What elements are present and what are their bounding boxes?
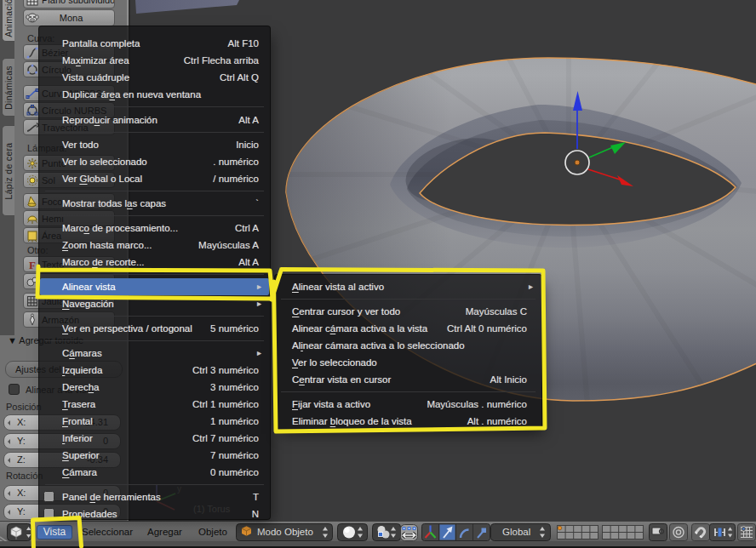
svg-text:F: F [29,259,36,271]
